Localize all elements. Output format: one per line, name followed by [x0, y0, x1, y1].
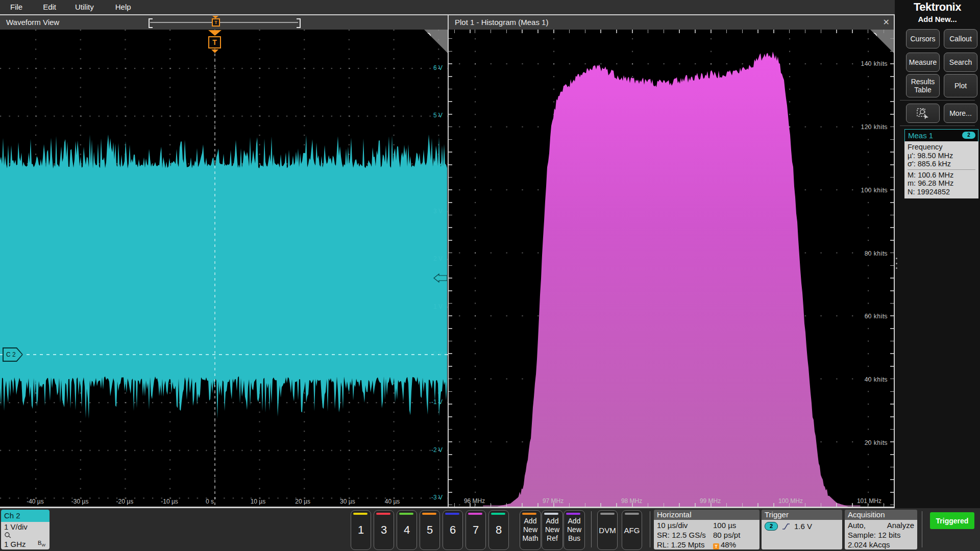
channel3-label: 3: [374, 511, 394, 549]
meas1-max: M: 100.6 MHz: [908, 171, 975, 180]
ref-color-stripe: [544, 513, 558, 515]
hist-ticks-left: [449, 30, 452, 507]
meas1-source-badge[interactable]: 2: [962, 132, 975, 139]
add-new-bus-label: Add New Bus: [564, 517, 584, 543]
trigger-badge[interactable]: Trigger 2 1.6 V: [762, 510, 842, 549]
waveform-trace-ch2: [0, 30, 448, 507]
trigger-source-pill: 2: [765, 522, 778, 531]
add-plot-button[interactable]: Plot: [944, 74, 977, 97]
horizontal-title: Horizontal: [654, 510, 760, 520]
channel-button-6[interactable]: 6: [443, 510, 463, 550]
trigger-mini-icon: T: [713, 543, 719, 549]
meas1-type: Frequency: [908, 143, 975, 152]
sidebar-divider: [900, 126, 975, 126]
acq-analyze: Analyze: [887, 520, 914, 530]
channel-button-8[interactable]: 8: [488, 510, 509, 550]
add-new-ref-label: Add New Ref: [542, 517, 562, 543]
horizontal-pan-slider[interactable]: [150, 22, 298, 23]
meas1-header: Meas 1 2: [904, 129, 978, 141]
trigger-slider-marker[interactable]: T: [212, 18, 220, 27]
acquisition-details: Auto,Analyze Sample: 12 bits 2.024 kAcqs: [845, 520, 917, 549]
sample-rate: SR: 12.5 GS/s: [657, 530, 713, 540]
pan-bracket-right[interactable]: [297, 18, 301, 28]
meas1-mean: µ': 98.50 MHz: [908, 152, 975, 160]
meas1-stats: Frequency µ': 98.50 MHz σ': 885.6 kHz M:…: [904, 141, 978, 198]
acquisition-title: Acquisition: [845, 510, 917, 520]
histogram-header[interactable]: Plot 1 - Histogram (Meas 1) ✕: [449, 15, 894, 30]
add-new-bus-button[interactable]: Add New Bus: [564, 510, 585, 550]
trigger-details: 2 1.6 V: [762, 520, 842, 549]
channel-button-7[interactable]: 7: [465, 510, 486, 550]
sidebar-divider: [900, 100, 975, 101]
waveform-grid[interactable]: T C 2 6 V5 V4 V3 V2 V1 V0 V-1 V-2 V-3 V-…: [0, 30, 448, 507]
channel2-settings-badge[interactable]: Ch 2 1 V/div 1 GHz BW: [1, 510, 50, 549]
menu-utility[interactable]: Utility: [75, 0, 94, 14]
trigger-flag[interactable]: T: [208, 36, 221, 48]
sidebar-splitter-handle[interactable]: [895, 258, 897, 269]
histogram-grid[interactable]: 140 khits120 khits100 khits80 khits60 kh…: [449, 30, 894, 507]
close-icon[interactable]: ✕: [883, 15, 890, 30]
add-new-ref-button[interactable]: Add New Ref: [542, 510, 563, 550]
add-results-table-button[interactable]: Results Table: [906, 74, 940, 97]
meas1-count: N: 19924852: [908, 188, 975, 196]
sample-interval: 80 ps/pt: [713, 530, 756, 540]
afg-button[interactable]: AFG: [622, 510, 642, 550]
acq-sample: Sample: 12 bits: [848, 530, 900, 540]
tektronix-logo: Tektronix: [895, 1, 980, 14]
trigger-title: Trigger: [762, 510, 842, 520]
menu-help[interactable]: Help: [115, 0, 131, 14]
channel-button-5[interactable]: 5: [420, 510, 440, 550]
channel-button-1[interactable]: 1: [351, 510, 371, 550]
histogram-plot: [449, 30, 894, 507]
menu-bar: File Edit Utility Help: [0, 0, 895, 14]
zoom-select-button[interactable]: [906, 104, 940, 123]
rising-edge-icon: [782, 522, 790, 531]
channel2-name: Ch 2: [1, 510, 50, 522]
horizontal-details: 10 µs/div100 µs SR: 12.5 GS/s80 ps/pt RL…: [654, 520, 760, 549]
channel-button-3[interactable]: 3: [374, 510, 394, 550]
meas1-badge[interactable]: Meas 1 2 Frequency µ': 98.50 MHz σ': 885…: [904, 129, 978, 198]
menu-file[interactable]: File: [10, 0, 22, 14]
bandwidth-limit-tag: BW: [38, 540, 45, 547]
dvm-button[interactable]: DVM: [597, 510, 618, 550]
zoom-select-icon: [916, 107, 929, 119]
channel1-label: 1: [351, 511, 371, 549]
channel7-label: 7: [466, 511, 485, 549]
zero-volt-line: [0, 354, 448, 355]
math-color-stripe: [522, 513, 536, 515]
channel2-marker-label: C 2: [4, 348, 22, 361]
hist-ticks-bottom: [449, 503, 894, 507]
channel5-label: 5: [420, 511, 439, 549]
add-cursors-button[interactable]: Cursors: [906, 29, 940, 48]
hist-ticks-top: [449, 30, 894, 33]
waveform-view-header[interactable]: Waveform View T: [0, 15, 448, 30]
bottom-settings-bar: Ch 2 1 V/div 1 GHz BW 1 3 4 5: [0, 508, 980, 551]
add-measure-button[interactable]: Measure: [906, 53, 940, 72]
horizontal-badge[interactable]: Horizontal 10 µs/div100 µs SR: 12.5 GS/s…: [654, 510, 760, 549]
trigger-level-arrow-icon[interactable]: [433, 273, 448, 283]
trigger-position-line: [214, 54, 215, 507]
dvm-label: DVM: [598, 511, 617, 549]
trigger-flag-arrow-icon: [208, 30, 222, 36]
horizontal-window: 100 µs: [713, 520, 756, 530]
afg-label: AFG: [622, 511, 642, 549]
channel8-label: 8: [489, 511, 508, 549]
add-new-math-label: Add New Math: [520, 517, 541, 543]
meas1-stddev: σ': 885.6 kHz: [908, 160, 975, 168]
trigger-position: T48%: [713, 540, 756, 549]
record-length: RL: 1.25 Mpts: [657, 540, 713, 549]
add-callout-button[interactable]: Callout: [944, 29, 977, 48]
horizontal-scale: 10 µs/div: [657, 520, 713, 530]
menu-edit[interactable]: Edit: [43, 0, 56, 14]
add-search-button[interactable]: Search: [944, 53, 977, 72]
bar-divider: [650, 511, 650, 547]
pan-bracket-left[interactable]: [149, 18, 153, 28]
channel-button-4[interactable]: 4: [397, 510, 417, 550]
more-button[interactable]: More...: [944, 104, 977, 123]
add-new-math-button[interactable]: Add New Math: [520, 510, 541, 550]
trigger-level: 1.6 V: [794, 522, 812, 531]
probe-icon: [4, 532, 12, 538]
right-sidebar: Tektronix Add New... Cursors Callout Mea…: [895, 0, 980, 508]
bar-divider: [922, 511, 922, 547]
acquisition-badge[interactable]: Acquisition Auto,Analyze Sample: 12 bits…: [845, 510, 917, 549]
